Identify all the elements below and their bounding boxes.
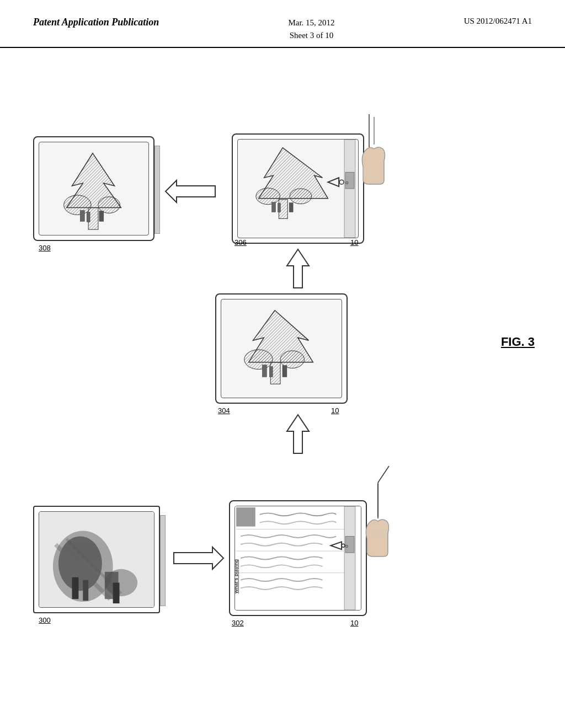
svg-line-60 [378,466,389,483]
ref-302: 302 [232,619,244,627]
svg-rect-52 [344,506,355,610]
ref-10-304: 10 [331,406,339,415]
header-publication-type: Patent Application Publication [33,17,159,28]
ref-304: 304 [218,406,230,415]
svg-marker-9 [166,180,215,202]
device-302-screen: o What's playing [234,506,361,611]
device-306: o [232,133,364,244]
svg-rect-6 [87,212,90,222]
screen-302: o What's playing [235,506,361,610]
finger-302 [361,517,406,561]
svg-point-21 [339,180,344,184]
side-strip-300 [160,515,166,606]
device-304-screen [221,299,342,398]
svg-point-3 [64,195,91,215]
svg-rect-32 [262,365,266,377]
svg-point-30 [244,350,273,370]
header-patent-number: US 2012/062471 A1 [464,17,532,26]
tree-image-308 [39,142,148,235]
device-306-screen: o [237,139,359,238]
device-308 [33,136,154,241]
svg-rect-15 [272,202,276,212]
device-300-screen [39,511,154,608]
ref-300: 300 [39,616,51,624]
ref-306: 306 [234,238,247,247]
device-304 [215,293,348,404]
ref-10-306: 10 [350,238,358,247]
svg-rect-43 [72,577,79,599]
svg-point-13 [256,188,280,205]
svg-marker-20 [328,178,339,186]
svg-rect-5 [80,211,84,222]
svg-point-14 [290,189,312,204]
device-300 [33,506,160,613]
tree-image-304 [221,299,342,398]
header-date: Mar. 15, 2012 [288,18,334,27]
svg-rect-7 [99,211,104,222]
svg-rect-45 [113,583,120,604]
arrow-left-top [166,178,221,205]
header-sheet: Sheet 3 of 10 [290,31,334,40]
diagram-area: FIG. 3 [0,48,565,710]
svg-text:o: o [345,543,348,549]
svg-text:What's playing: What's playing [235,559,239,593]
arrow-up-bottom [281,415,315,453]
ref-10-302: 10 [350,619,358,627]
side-strip-308 [154,146,160,234]
figure-label: FIG. 3 [501,335,535,349]
svg-rect-17 [289,203,293,212]
arrow-up-top [281,249,315,288]
finger-line-302 [364,483,392,518]
arrow-right-bottom [168,544,223,572]
svg-marker-26 [287,249,309,288]
svg-rect-16 [278,204,280,212]
device-308-screen [39,142,149,235]
svg-text:o: o [345,179,349,185]
svg-rect-33 [269,367,273,377]
ref-308: 308 [39,244,51,252]
device-302: o What's playing [229,500,367,616]
header-date-sheet: Mar. 15, 2012 Sheet 3 of 10 [288,17,334,41]
finger-306 [358,144,402,189]
svg-marker-46 [174,547,223,569]
tree-image-306: o [238,140,358,238]
blurred-image-300 [39,512,154,607]
svg-rect-48 [236,507,255,527]
finger-line-306 [369,114,370,147]
svg-marker-35 [287,415,309,453]
svg-rect-34 [282,366,287,377]
svg-rect-44 [83,580,88,601]
page-header: Patent Application Publication Mar. 15, … [0,0,565,48]
svg-point-4 [98,197,120,213]
